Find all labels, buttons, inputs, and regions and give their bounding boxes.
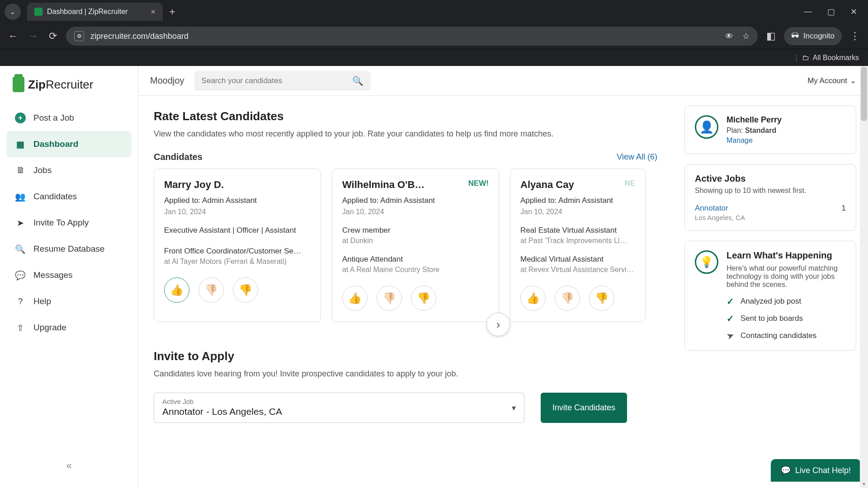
thumbs-down-button[interactable]: 👎 (411, 286, 436, 311)
live-chat-button[interactable]: 💬 Live Chat Help! (771, 459, 861, 482)
close-tab-icon[interactable]: × (151, 7, 156, 17)
manage-link[interactable]: Manage (726, 136, 753, 145)
experience-title: Antique Attendant (342, 255, 489, 264)
url-text: ziprecruiter.com/dashboard (90, 32, 189, 41)
org-name[interactable]: Moodjoy (150, 75, 184, 86)
active-job-link[interactable]: Annotator (695, 204, 728, 212)
applied-to: Applied to: Admin Assistant (342, 196, 489, 205)
tab-search-button[interactable]: ⌄ (5, 4, 21, 20)
user-panel: 👤 Michelle Perry Plan: Standard Manage (684, 106, 856, 154)
kebab-menu-icon[interactable]: ⋮ (848, 29, 862, 43)
all-bookmarks-button[interactable]: 🗀 All Bookmarks (802, 54, 859, 62)
sidepanel-icon[interactable]: ◧ (764, 29, 778, 43)
site-settings-icon[interactable]: ⚙ (74, 31, 84, 41)
applied-date: Jan 10, 2024 (164, 208, 311, 216)
applied-date: Jan 10, 2024 (520, 208, 635, 216)
search-input[interactable] (202, 76, 352, 85)
user-name: Michelle Perry (726, 115, 782, 125)
paper-plane-icon: ➤ (725, 329, 736, 342)
scrollbar[interactable]: ▾ (860, 66, 868, 488)
collapse-sidebar-button[interactable]: « (58, 452, 80, 480)
back-button[interactable]: ← (6, 29, 20, 43)
incognito-indicator[interactable]: 🕶 Incognito (784, 27, 842, 45)
learn-title: Learn What's Happening (726, 250, 846, 261)
sidebar-item-label: Resume Database (33, 244, 104, 254)
sidebar-item-jobs[interactable]: 🗎 Jobs (6, 157, 132, 183)
thumbs-up-button[interactable]: 👍 (520, 286, 546, 311)
view-all-link[interactable]: View All (6) (617, 152, 657, 162)
carousel-next-button[interactable]: › (486, 313, 510, 336)
invite-candidates-button[interactable]: Invite Candidates (541, 393, 627, 423)
plan-line: Plan: Standard (726, 127, 782, 135)
topbar: Moodjoy 🔍 My Account ⌄ (138, 66, 868, 96)
status-item: ✓ Analyzed job post (726, 296, 846, 307)
incognito-icon: 🕶 (791, 32, 799, 41)
sidebar-item-resume-db[interactable]: 🔍 Resume Database (6, 236, 132, 262)
experience-sub: at Past 'Track Improvements Ll… (520, 237, 635, 245)
active-job-select[interactable]: Active Job Annotator - Los Angeles, CA ▾ (154, 393, 524, 423)
forward-button[interactable]: → (26, 29, 40, 43)
experience-title: Crew member (342, 226, 489, 235)
applied-date: Jan 10, 2024 (342, 208, 489, 216)
experience-sub: at Revex Virtual Assistance Service… (520, 266, 635, 274)
new-badge: NE (624, 179, 635, 188)
chevron-down-icon: ⌄ (850, 76, 856, 85)
minimize-icon[interactable]: — (804, 7, 812, 17)
neutral-button[interactable]: 👎🏻 (377, 286, 402, 311)
document-icon: 🗎 (14, 164, 26, 176)
eye-off-icon[interactable]: 👁 (725, 32, 733, 41)
applied-to: Applied to: Admin Assistant (164, 196, 311, 205)
sidebar-item-post-job[interactable]: + Post a Job (6, 105, 132, 131)
search-icon[interactable]: 🔍 (352, 75, 363, 86)
active-jobs-subtitle: Showing up to 10 with newest first. (695, 187, 846, 195)
experience-sub: at Dunkin (342, 237, 489, 245)
status-label: Analyzed job post (741, 297, 801, 306)
candidate-card[interactable]: Alyana Cay NE Applied to: Admin Assistan… (510, 169, 646, 322)
candidate-card[interactable]: Marry Joy D. Applied to: Admin Assistant… (154, 169, 321, 322)
neutral-button[interactable]: 👎🏻 (198, 277, 224, 303)
candidate-card[interactable]: Wilhelmina O'B… NEW! Applied to: Admin A… (332, 169, 499, 322)
active-job-count: 1 (842, 204, 846, 221)
thumbs-down-button[interactable]: 👎 (589, 286, 614, 311)
sidebar-item-messages[interactable]: 💬 Messages (6, 262, 132, 288)
maximize-icon[interactable]: ▢ (827, 7, 835, 17)
sidebar-item-label: Invite To Apply (33, 218, 89, 228)
learn-panel: 💡 Learn What's Happening Here's what our… (684, 241, 856, 351)
sidebar-item-upgrade[interactable]: ⇧ Upgrade (6, 314, 132, 341)
sidebar-item-invite[interactable]: ➤ Invite To Apply (6, 210, 132, 236)
new-tab-button[interactable]: + (169, 5, 175, 18)
candidate-name: Wilhelmina O'B… (342, 179, 425, 191)
sidebar-item-candidates[interactable]: 👥 Candidates (6, 183, 132, 210)
candidate-search[interactable]: 🔍 (194, 71, 371, 91)
select-value: Annotator - Los Angeles, CA (162, 406, 516, 417)
reload-button[interactable]: ⟳ (46, 29, 60, 43)
chat-label: Live Chat Help! (795, 466, 851, 475)
experience-sub: at A Real Maine Country Store (342, 266, 489, 274)
brand-logo[interactable]: ZipRecruiter (6, 74, 132, 105)
chevron-down-icon: ▾ (512, 403, 516, 413)
thumbs-up-button[interactable]: 👍 (164, 277, 189, 303)
my-account-label: My Account (807, 76, 847, 85)
close-window-icon[interactable]: ✕ (850, 7, 857, 17)
thumbs-up-button[interactable]: 👍 (342, 286, 368, 311)
address-bar[interactable]: ⚙ ziprecruiter.com/dashboard 👁 ☆ (66, 27, 758, 46)
neutral-button[interactable]: 👎🏻 (555, 286, 580, 311)
bookmark-star-icon[interactable]: ☆ (742, 31, 750, 41)
favicon-icon (34, 8, 42, 16)
experience-title: Real Estate Virtual Assistant (520, 226, 635, 235)
logo-mark-icon (13, 77, 24, 92)
sidebar-item-dashboard[interactable]: ▦ Dashboard (6, 131, 132, 157)
incognito-label: Incognito (803, 32, 835, 41)
scrollbar-thumb[interactable] (861, 67, 867, 121)
sidebar-item-label: Jobs (33, 165, 52, 175)
sidebar-item-help[interactable]: ? Help (6, 288, 132, 314)
active-jobs-panel: Active Jobs Showing up to 10 with newest… (684, 164, 856, 231)
learn-subtitle: Here's what our powerful matching techno… (726, 264, 846, 289)
status-label: Sent to job boards (741, 314, 803, 323)
my-account-menu[interactable]: My Account ⌄ (807, 76, 856, 85)
browser-tab[interactable]: Dashboard | ZipRecruiter × (27, 3, 163, 21)
people-icon: 👥 (14, 191, 26, 202)
new-badge: NEW! (468, 179, 489, 188)
scroll-down-icon[interactable]: ▾ (860, 481, 868, 487)
thumbs-down-button[interactable]: 👎 (233, 277, 258, 303)
